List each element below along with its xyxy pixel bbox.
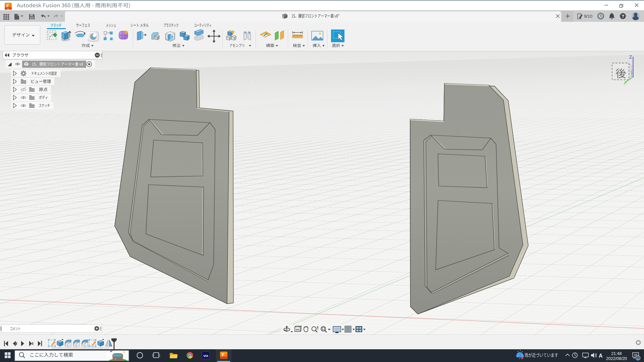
svg-text:ViX: ViX (203, 354, 209, 358)
svg-text:2022/08/20: 2022/08/20 (606, 356, 627, 361)
svg-text:9/10: 9/10 (584, 14, 592, 19)
svg-text:?: ? (622, 14, 624, 19)
svg-text:360: 360 (7, 8, 10, 10)
svg-text:Z: Z (629, 54, 632, 60)
svg-text:1: 1 (637, 356, 639, 360)
svg-text:A: A (599, 353, 603, 359)
svg-text:21:48: 21:48 (611, 351, 622, 356)
svg-text:F: F (6, 3, 9, 8)
svg-text:F: F (222, 352, 224, 357)
